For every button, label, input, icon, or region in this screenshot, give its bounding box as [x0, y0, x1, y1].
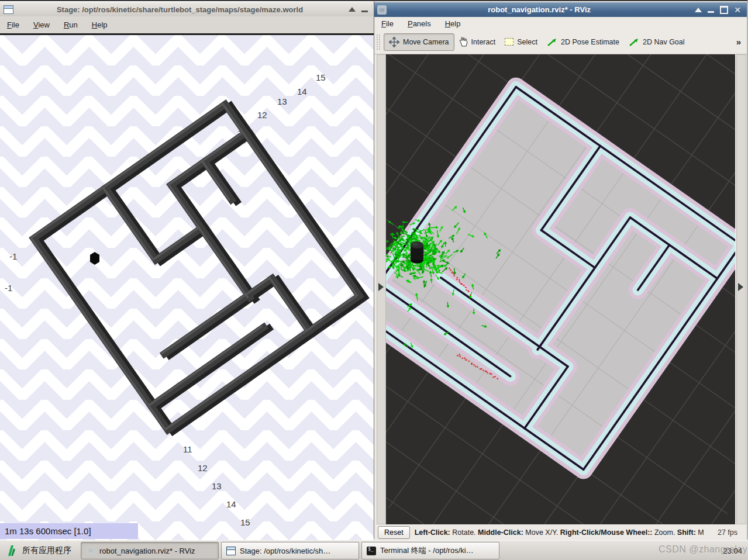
tool-select[interactable]: Select [500, 35, 542, 49]
expand-panel-icon[interactable] [378, 283, 384, 291]
minimize-window-icon[interactable] [708, 11, 714, 13]
tool-2d-nav-goal[interactable]: 2D Nav Goal [624, 34, 690, 50]
rviz-toolbar: Move Camera Interact Select 2D Pose Esti… [374, 30, 747, 54]
stage-menu-help[interactable]: Help [85, 20, 115, 29]
select-box-icon [505, 38, 513, 46]
tool-2d-pose-estimate[interactable]: 2D Pose Estimate [542, 34, 624, 50]
taskbar-item-terminal[interactable]: $_ Terminal 终端 - /opt/ros/ki… [361, 542, 499, 559]
stage-menu-run[interactable]: Run [57, 20, 85, 29]
desktop: Stage: /opt/ros/kinetic/share/turtlebot_… [0, 0, 748, 560]
rviz-window-title: robot_navigation.rviz* - RViz [389, 5, 689, 14]
rviz-3d-viewport[interactable] [386, 54, 735, 524]
rviz-app-icon: W [86, 547, 95, 555]
stage-menu-view[interactable]: View [26, 20, 57, 29]
mouse-hints: Left-Click: Rotate. Middle-Click: Move X… [415, 528, 713, 537]
stage-menu-file[interactable]: File [0, 20, 26, 29]
taskbar-item-rviz[interactable]: W robot_navigation.rviz* - RViz [81, 542, 219, 559]
rviz-window: W robot_navigation.rviz* - RViz ✕ File P… [374, 0, 748, 539]
shade-window-icon[interactable] [349, 7, 356, 12]
stage-maze-render [0, 35, 374, 540]
close-window-icon[interactable]: ✕ [734, 6, 741, 13]
rviz-menu-file[interactable]: File [374, 19, 401, 28]
taskbar-item-stage[interactable]: Stage: /opt/ros/kinetic/sh… [221, 542, 359, 559]
stage-sim-time: 1m 13s 600msec [1.0] [0, 523, 138, 539]
green-arrow-icon [547, 37, 557, 47]
stage-window-icon [226, 547, 236, 555]
stage-window-title: Stage: /opt/ros/kinetic/share/turtlebot_… [17, 5, 343, 14]
stage-window-icon [4, 5, 13, 14]
maximize-window-icon[interactable] [720, 6, 728, 14]
rviz-titlebar[interactable]: W robot_navigation.rviz* - RViz ✕ [374, 2, 747, 17]
stage-3d-viewport[interactable]: 15 14 13 12 11 -1 -1 0 11 12 13 14 15 [0, 35, 374, 540]
rviz-menu-help[interactable]: Help [438, 19, 468, 28]
move-camera-icon [389, 37, 399, 47]
minimize-window-icon[interactable] [361, 11, 368, 12]
taskbar: 所有应用程序 W robot_navigation.rviz* - RViz S… [0, 540, 748, 560]
green-arrow-icon [629, 37, 639, 47]
watermark: CSDN @zhangrelay [659, 544, 747, 555]
terminal-icon: $_ [367, 547, 376, 555]
toolbar-overflow-chevron[interactable]: » [736, 37, 741, 47]
fps-counter: 27 fps [718, 528, 737, 537]
rviz-3d-render [386, 54, 735, 524]
expand-panel-icon[interactable] [738, 283, 743, 291]
displays-panel-collapsed-strip[interactable] [377, 54, 386, 524]
apps-logo-icon [6, 545, 18, 556]
rviz-statusbar: Reset Left-Click: Rotate. Middle-Click: … [374, 524, 747, 540]
applications-menu-button[interactable]: 所有应用程序 [0, 541, 80, 560]
stage-window: Stage: /opt/ros/kinetic/share/turtlebot_… [0, 0, 374, 539]
toolbar-drag-handle[interactable] [377, 34, 380, 50]
rviz-menu-panels[interactable]: Panels [401, 19, 438, 28]
stage-robot [90, 252, 99, 265]
hand-icon [459, 37, 468, 47]
rviz-menubar: File Panels Help [374, 17, 747, 30]
rviz-app-icon: W [377, 5, 387, 15]
stage-titlebar[interactable]: Stage: /opt/ros/kinetic/share/turtlebot_… [0, 2, 374, 17]
tool-interact[interactable]: Interact [454, 34, 501, 50]
stage-menubar: File View Run Help [0, 16, 374, 35]
reset-button[interactable]: Reset [378, 526, 410, 539]
shade-window-icon[interactable] [695, 8, 702, 12]
rviz-robot [411, 241, 423, 264]
tool-move-camera[interactable]: Move Camera [384, 33, 454, 51]
views-panel-collapsed-strip[interactable] [736, 54, 746, 524]
